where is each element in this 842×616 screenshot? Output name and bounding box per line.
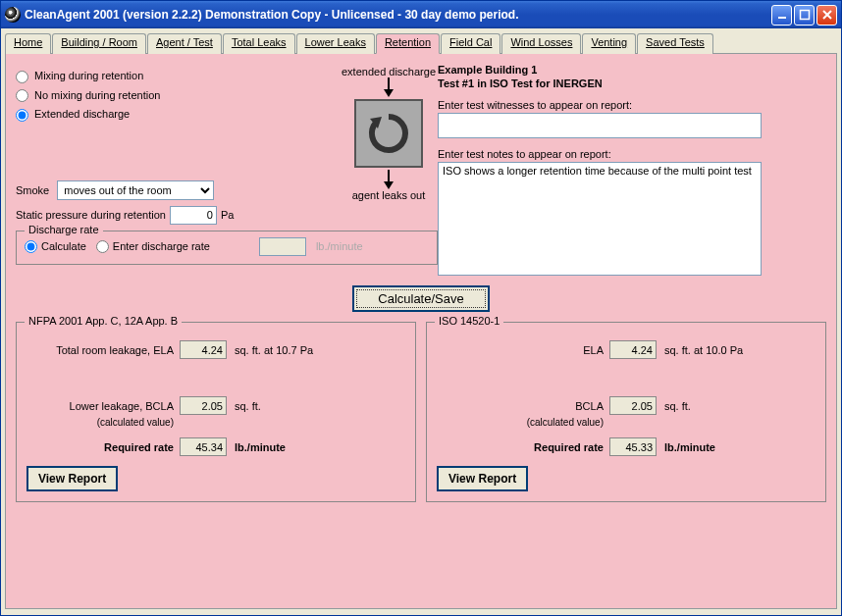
witness-label: Enter test witnesses to appear on report… xyxy=(438,99,826,111)
nfpa-rate-value: 45.34 xyxy=(180,437,227,456)
nfpa-view-report-button[interactable]: View Report xyxy=(26,466,118,491)
witness-input[interactable] xyxy=(438,113,762,138)
radio-dr-enter[interactable] xyxy=(96,240,109,253)
radio-nomixing[interactable] xyxy=(16,89,28,102)
iso-bcla-sub: (calculated value) xyxy=(437,417,604,428)
radio-nomixing-label: No mixing during retention xyxy=(34,89,160,101)
smoke-label: Smoke xyxy=(16,184,49,196)
tab-field-cal[interactable]: Field Cal xyxy=(441,33,500,54)
client-area: Home Building / Room Agent / Test Total … xyxy=(1,28,841,615)
notes-input[interactable] xyxy=(438,162,762,276)
calculate-save-button[interactable]: Calculate/Save xyxy=(352,285,489,312)
cycle-icon xyxy=(354,99,423,168)
nfpa-panel: NFPA 2001 App. C, 12A App. B Total room … xyxy=(16,322,416,502)
tab-lower-leaks[interactable]: Lower Leaks xyxy=(296,33,375,54)
iso-rate-label: Required rate xyxy=(437,441,604,453)
nfpa-ela-units: sq. ft. at 10.7 Pa xyxy=(235,344,313,356)
radio-dr-calculate-label: Calculate xyxy=(41,240,86,252)
nfpa-rate-units: lb./minute xyxy=(235,441,286,453)
iso-panel: ISO 14520-1 ELA 4.24 sq. ft. at 10.0 Pa … xyxy=(426,322,826,502)
diagram-bottom-label: agent leaks out xyxy=(330,189,447,201)
radio-dr-calculate[interactable] xyxy=(25,240,37,253)
svg-rect-1 xyxy=(800,11,809,20)
iso-rate-value: 45.33 xyxy=(609,437,657,456)
iso-bcla-value: 2.05 xyxy=(609,396,657,415)
minimize-button[interactable] xyxy=(771,5,792,26)
discharge-diagram: extended discharge agent leaks out xyxy=(330,66,447,201)
static-pressure-input[interactable] xyxy=(170,206,217,225)
building-title: Example Building 1 xyxy=(438,64,826,76)
tabstrip: Home Building / Room Agent / Test Total … xyxy=(5,32,837,54)
notes-label: Enter test notes to appear on report: xyxy=(438,148,826,160)
iso-legend: ISO 14520-1 xyxy=(435,315,503,327)
iso-rate-units: lb./minute xyxy=(664,441,715,453)
titlebar: CleanAgent 2001 (version 2.2.2) Demonstr… xyxy=(1,1,841,28)
discharge-rate-unit: lb./minute xyxy=(316,240,363,252)
iso-bcla-units: sq. ft. xyxy=(664,400,691,412)
nfpa-rate-label: Required rate xyxy=(26,441,174,453)
svg-rect-0 xyxy=(778,17,786,19)
maximize-button[interactable] xyxy=(794,5,815,26)
tab-agent-test[interactable]: Agent / Test xyxy=(147,33,222,54)
test-title: Test #1 in ISO Test for INERGEN xyxy=(438,77,826,89)
discharge-rate-group: Discharge rate Calculate Enter discharge… xyxy=(16,231,438,265)
smoke-select[interactable]: moves out of the room xyxy=(57,180,214,200)
discharge-rate-legend: Discharge rate xyxy=(25,224,103,235)
window-title: CleanAgent 2001 (version 2.2.2) Demonstr… xyxy=(25,8,771,22)
radio-mixing-label: Mixing during retention xyxy=(34,70,143,81)
window-controls xyxy=(771,5,837,26)
app-window: CleanAgent 2001 (version 2.2.2) Demonstr… xyxy=(0,0,842,616)
static-pressure-label: Static pressure during retention xyxy=(16,209,166,221)
tab-building-room[interactable]: Building / Room xyxy=(52,33,146,54)
radio-mixing[interactable] xyxy=(16,71,28,83)
nfpa-bcla-value: 2.05 xyxy=(180,396,227,415)
discharge-rate-input xyxy=(259,237,306,256)
nfpa-bcla-sub: (calculated value) xyxy=(26,417,174,428)
tab-total-leaks[interactable]: Total Leaks xyxy=(223,33,295,54)
app-icon xyxy=(5,7,21,23)
nfpa-bcla-label: Lower leakage, BCLA xyxy=(26,400,174,412)
radio-extended-label: Extended discharge xyxy=(34,108,130,120)
tab-retention[interactable]: Retention xyxy=(376,33,440,54)
radio-extended[interactable] xyxy=(16,109,28,122)
static-pressure-unit: Pa xyxy=(221,209,234,221)
close-button[interactable] xyxy=(816,5,837,26)
iso-view-report-button[interactable]: View Report xyxy=(437,466,528,491)
tab-venting[interactable]: Venting xyxy=(582,33,636,54)
tab-wind-losses[interactable]: Wind Losses xyxy=(501,33,581,54)
nfpa-bcla-units: sq. ft. xyxy=(235,400,261,412)
nfpa-ela-value: 4.24 xyxy=(180,340,227,359)
iso-ela-value: 4.24 xyxy=(609,340,657,359)
retention-pane: Mixing during retention No mixing during… xyxy=(5,54,837,609)
tab-saved-tests[interactable]: Saved Tests xyxy=(637,33,713,54)
nfpa-legend: NFPA 2001 App. C, 12A App. B xyxy=(25,315,182,327)
nfpa-ela-label: Total room leakage, ELA xyxy=(26,344,174,356)
iso-bcla-label: BCLA xyxy=(437,400,604,412)
iso-ela-units: sq. ft. at 10.0 Pa xyxy=(664,344,743,356)
diagram-top-label: extended discharge xyxy=(330,66,447,77)
tab-home[interactable]: Home xyxy=(5,33,51,54)
radio-dr-enter-label: Enter discharge rate xyxy=(113,240,210,252)
iso-ela-label: ELA xyxy=(437,344,604,356)
